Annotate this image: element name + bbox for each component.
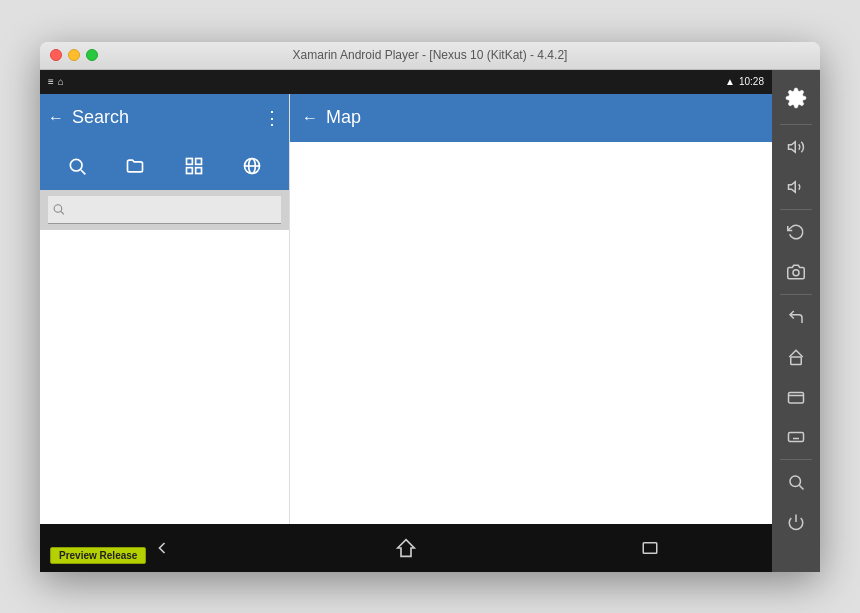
- close-button[interactable]: [50, 49, 62, 61]
- tab-globe[interactable]: [234, 148, 270, 184]
- svg-line-1: [81, 169, 86, 174]
- svg-marker-11: [398, 539, 415, 556]
- search-tabs: [40, 142, 289, 190]
- svg-point-9: [54, 205, 62, 213]
- map-back-button[interactable]: ←: [302, 109, 318, 127]
- minimize-button[interactable]: [68, 49, 80, 61]
- android-screen: ← Search ⋮: [40, 94, 772, 524]
- divider-3: [780, 294, 812, 295]
- main-area: ≡ ⌂ ▲ 10:28 ← Search ⋮: [40, 70, 820, 572]
- svg-rect-16: [791, 357, 802, 365]
- home-button[interactable]: [772, 337, 820, 377]
- svg-rect-17: [789, 392, 804, 403]
- power-button[interactable]: [772, 502, 820, 542]
- search-input-area: [40, 190, 289, 230]
- svg-marker-14: [789, 181, 796, 192]
- search-input[interactable]: [69, 202, 277, 217]
- status-right: ▲ 10:28: [725, 76, 764, 87]
- search-input-box[interactable]: [48, 196, 281, 224]
- search-more-button[interactable]: ⋮: [263, 107, 281, 129]
- map-title: Map: [326, 107, 361, 128]
- svg-rect-5: [195, 167, 201, 173]
- camera-button[interactable]: [772, 252, 820, 292]
- wifi-icon: ▲: [725, 76, 735, 87]
- window-title: Xamarin Android Player - [Nexus 10 (KitK…: [293, 48, 568, 62]
- maximize-button[interactable]: [86, 49, 98, 61]
- search-button[interactable]: [772, 462, 820, 502]
- android-home-icon: ⌂: [58, 76, 64, 87]
- svg-marker-13: [789, 141, 796, 152]
- preview-release-badge: Preview Release: [50, 547, 146, 564]
- player-sidebar: [772, 70, 820, 572]
- search-header: ← Search ⋮: [40, 94, 289, 142]
- emulator-area: ≡ ⌂ ▲ 10:28 ← Search ⋮: [40, 70, 772, 572]
- tab-search[interactable]: [59, 148, 95, 184]
- svg-rect-19: [789, 432, 804, 441]
- volume-up-button[interactable]: [772, 127, 820, 167]
- tab-grid[interactable]: [176, 148, 212, 184]
- volume-down-button[interactable]: [772, 167, 820, 207]
- mac-titlebar: Xamarin Android Player - [Nexus 10 (KitK…: [40, 42, 820, 70]
- rotate-button[interactable]: [772, 212, 820, 252]
- android-navbar: [40, 524, 772, 572]
- nav-recents-button[interactable]: [626, 524, 674, 572]
- svg-point-0: [70, 159, 82, 171]
- keyboard-button[interactable]: [772, 417, 820, 457]
- android-menu-icon: ≡: [48, 76, 54, 87]
- recents-button[interactable]: [772, 377, 820, 417]
- nav-home-button[interactable]: [382, 524, 430, 572]
- svg-rect-2: [186, 158, 192, 164]
- divider-1: [780, 124, 812, 125]
- android-status-bar: ≡ ⌂ ▲ 10:28: [40, 70, 772, 94]
- svg-rect-12: [643, 542, 657, 553]
- gear-button[interactable]: [772, 74, 820, 122]
- svg-point-15: [793, 269, 799, 275]
- svg-rect-4: [186, 167, 192, 173]
- search-back-button[interactable]: ←: [48, 109, 64, 127]
- map-panel: ← Map: [290, 94, 772, 524]
- svg-line-10: [61, 211, 64, 214]
- search-panel: ← Search ⋮: [40, 94, 290, 524]
- svg-point-25: [790, 476, 801, 487]
- search-title: Search: [72, 107, 255, 128]
- divider-2: [780, 209, 812, 210]
- divider-4: [780, 459, 812, 460]
- svg-line-26: [799, 485, 803, 489]
- mac-window: Xamarin Android Player - [Nexus 10 (KitK…: [40, 42, 820, 572]
- mac-window-buttons: [40, 49, 98, 61]
- map-content: [290, 142, 772, 524]
- svg-rect-3: [195, 158, 201, 164]
- status-left: ≡ ⌂: [48, 76, 64, 87]
- time-display: 10:28: [739, 76, 764, 87]
- back-button[interactable]: [772, 297, 820, 337]
- tab-folder[interactable]: [117, 148, 153, 184]
- map-header: ← Map: [290, 94, 772, 142]
